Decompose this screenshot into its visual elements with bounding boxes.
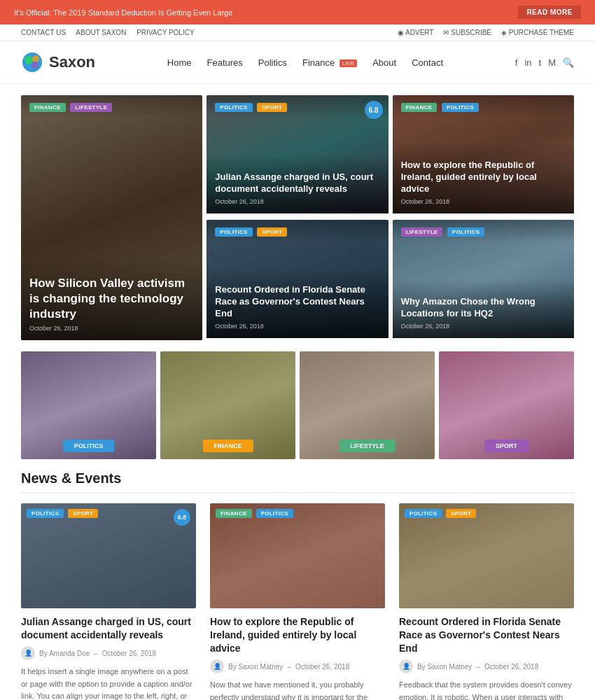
privacy-link[interactable]: PRIVACY POLICY	[136, 29, 194, 36]
nav-politics[interactable]: Politics	[258, 57, 287, 68]
nav-features[interactable]: Features	[206, 57, 242, 68]
news-tag-sport-3: SPORT	[446, 509, 476, 518]
main-article-title: How Silicon Valley activism is changing …	[29, 276, 194, 322]
category-label-finance: FINANCE	[203, 440, 253, 452]
card-overlay-top-right: How to explore the Republic of Ireland, …	[393, 143, 574, 214]
featured-article-ireland[interactable]: FINANCE POLITICS How to explore the Repu…	[393, 95, 574, 216]
article-date-2: October 26, 2018	[295, 663, 349, 671]
about-link[interactable]: ABOUT SAXON	[76, 29, 126, 36]
news-excerpt-2: Now that we have mentioned it, you proba…	[210, 679, 385, 700]
announcement-bar: It's Official: The 2019 Standard Deducti…	[0, 0, 595, 24]
news-title-3[interactable]: Recount Ordered in Florida Senate Race a…	[399, 615, 574, 655]
category-label-politics: POLITICS	[63, 440, 115, 452]
news-excerpt-1: It helps insert a single image anywhere …	[21, 666, 196, 700]
site-logo[interactable]: Saxon	[21, 51, 95, 74]
article-assange-title: Julian Assange charged in US, court docu…	[215, 172, 379, 195]
news-author-3: 👤 By Saxon Matney – October 26, 2018	[399, 659, 574, 673]
tag-sport-3: SPORT	[257, 227, 287, 237]
author-separator-1: –	[94, 650, 98, 657]
content-wrapper: FINANCE LIFESTYLE How Silicon Valley act…	[0, 84, 595, 700]
search-icon[interactable]: 🔍	[563, 57, 574, 68]
news-tag-politics-1: POLITICS	[27, 509, 64, 518]
tag-lifestyle: LIFESTYLE	[70, 103, 112, 112]
news-card-assange: POLITICS SPORT 6.8 Julian Assange charge…	[21, 503, 196, 700]
tag-politics-3: POLITICS	[215, 227, 252, 237]
main-article-date: October 26, 2018	[29, 325, 194, 332]
card-tags-bottom-right: LIFESTYLE POLITICS	[393, 220, 574, 242]
announcement-text: It's Official: The 2019 Standard Deducti…	[14, 8, 232, 17]
news-tags-2: FINANCE POLITICS	[216, 509, 295, 518]
news-card-recount: POLITICS SPORT Recount Ordered in Florid…	[399, 503, 574, 700]
nav-home[interactable]: Home	[167, 57, 192, 68]
subscribe-link[interactable]: ✉ SUBSCRIBE	[443, 29, 491, 36]
facebook-icon[interactable]: f	[515, 57, 518, 68]
card-overlay: How Silicon Valley activism is changing …	[21, 259, 202, 340]
card-overlay-bottom-right: Why Amazon Chose the Wrong Locations for…	[393, 279, 574, 338]
featured-article-amazon[interactable]: LIFESTYLE POLITICS Why Amazon Chose the …	[393, 220, 574, 340]
category-card-lifestyle[interactable]: LIFESTYLE	[300, 351, 435, 459]
tag-politics-1: POLITICS	[215, 103, 252, 112]
contact-link[interactable]: CONTACT US	[21, 29, 66, 36]
article-assange-date: October 26, 2018	[215, 198, 379, 205]
card-tags-top-center: POLITICS SPORT	[206, 95, 388, 118]
card-tags-bottom-center: POLITICS SPORT	[206, 220, 388, 242]
medium-icon[interactable]: M	[548, 57, 556, 68]
article-amazon-date: October 26, 2018	[401, 323, 566, 330]
advert-link[interactable]: ◉ ADVERT	[398, 29, 434, 36]
rating-badge-1: 6.8	[365, 101, 383, 119]
news-title-1[interactable]: Julian Assange charged in US, court docu…	[21, 615, 196, 642]
tag-sport-1: SPORT	[257, 103, 287, 112]
author-name-3: By Saxon Matney	[417, 663, 472, 671]
news-grid: POLITICS SPORT 6.8 Julian Assange charge…	[21, 503, 574, 700]
purchase-link[interactable]: ◈ PURCHASE THEME	[501, 29, 574, 36]
nav-finance[interactable]: Finance LIVE	[302, 57, 357, 68]
author-name-1: By Amanda Doe	[39, 650, 90, 657]
author-separator-2: –	[287, 663, 291, 671]
news-card-ireland: FINANCE POLITICS How to explore the Repu…	[210, 503, 385, 700]
logo-text: Saxon	[49, 53, 95, 71]
card-tags-top: FINANCE LIFESTYLE	[21, 95, 202, 118]
news-rating-1: 6.8	[174, 509, 190, 526]
tag-lifestyle-4: LIFESTYLE	[401, 227, 443, 237]
nav-contact[interactable]: Contact	[412, 57, 443, 68]
news-tags-3: POLITICS SPORT	[405, 509, 478, 518]
article-ireland-date: October 26, 2018	[401, 198, 566, 205]
news-tag-sport-1: SPORT	[68, 509, 98, 518]
secondary-nav-left: CONTACT US ABOUT SAXON PRIVACY POLICY	[21, 29, 203, 36]
card-overlay-bottom-center: Recount Ordered in Florida Senate Race a…	[206, 267, 388, 338]
linkedin-icon[interactable]: in	[524, 57, 531, 68]
news-excerpt-3: Feedback that the system provides doesn'…	[399, 679, 574, 700]
secondary-nav: CONTACT US ABOUT SAXON PRIVACY POLICY ◉ …	[0, 24, 595, 41]
svg-point-2	[32, 55, 39, 62]
news-tag-politics-2: POLITICS	[256, 509, 293, 518]
author-name-2: By Saxon Matney	[228, 663, 283, 671]
svg-point-1	[24, 56, 33, 64]
featured-grid: FINANCE LIFESTYLE How Silicon Valley act…	[21, 95, 574, 340]
featured-article-recount[interactable]: POLITICS SPORT Recount Ordered in Florid…	[206, 220, 388, 340]
category-label-sport: SPORT	[484, 440, 528, 452]
author-avatar-2: 👤	[210, 659, 224, 673]
author-avatar-3: 👤	[399, 659, 413, 673]
secondary-nav-right: ◉ ADVERT ✉ SUBSCRIBE ◈ PURCHASE THEME	[398, 29, 574, 36]
featured-main-article[interactable]: FINANCE LIFESTYLE How Silicon Valley act…	[21, 95, 202, 340]
article-recount-title: Recount Ordered in Florida Senate Race a…	[215, 284, 379, 320]
news-section-title: News & Events	[21, 470, 574, 493]
article-date-1: October 26, 2018	[102, 650, 156, 657]
logo-icon	[21, 51, 43, 74]
category-row: POLITICS FINANCE LIFESTYLE SPORT	[21, 351, 574, 459]
live-badge: LIVE	[340, 59, 357, 67]
tag-politics-4: POLITICS	[447, 227, 484, 237]
news-title-2[interactable]: How to explore the Republic of Ireland, …	[210, 615, 385, 655]
news-tags-1: POLITICS SPORT	[27, 509, 100, 518]
featured-article-assange[interactable]: POLITICS SPORT 6.8 Julian Assange charge…	[206, 95, 388, 216]
tag-politics-2: POLITICS	[442, 103, 479, 112]
nav-about[interactable]: About	[372, 57, 396, 68]
category-card-finance[interactable]: FINANCE	[160, 351, 295, 459]
category-card-sport[interactable]: SPORT	[439, 351, 574, 459]
category-card-politics[interactable]: POLITICS	[21, 351, 156, 459]
read-more-button[interactable]: READ MORE	[518, 6, 581, 19]
article-ireland-title: How to explore the Republic of Ireland, …	[401, 160, 566, 195]
article-recount-date: October 26, 2018	[215, 323, 379, 330]
twitter-icon[interactable]: t	[539, 57, 542, 68]
news-author-1: 👤 By Amanda Doe – October 26, 2018	[21, 646, 196, 660]
